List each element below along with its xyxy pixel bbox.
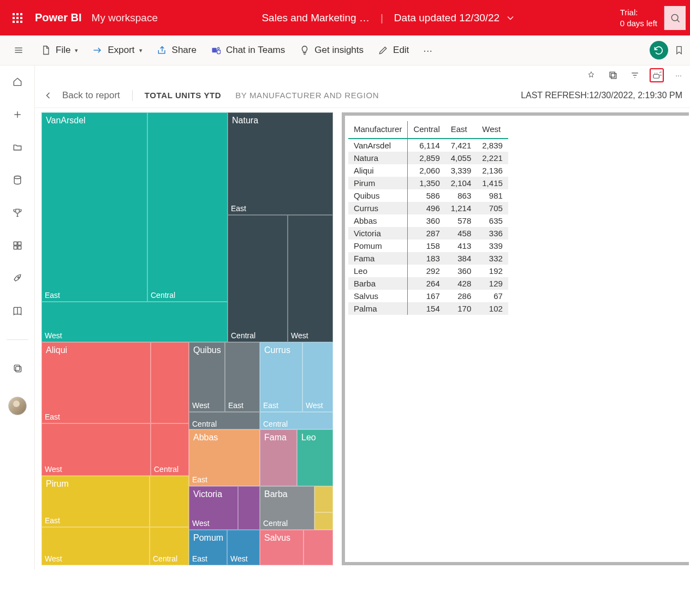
- svg-point-12: [14, 176, 21, 179]
- table-row[interactable]: VanArsdel6,1147,4212,839: [348, 139, 508, 152]
- treemap-quibus-central[interactable]: Central: [189, 412, 260, 429]
- table-row[interactable]: Barba264428129: [348, 277, 508, 290]
- more-menu[interactable]: ···: [418, 41, 438, 60]
- cell-east: 2,104: [445, 177, 477, 189]
- bookmark-icon[interactable]: [674, 45, 685, 56]
- treemap-natura-central[interactable]: Central: [228, 215, 288, 342]
- data-updated-dropdown[interactable]: Data updated 12/30/22: [394, 12, 516, 24]
- treemap-natura-west[interactable]: West: [288, 215, 333, 342]
- cell-west: 129: [477, 277, 508, 290]
- filter-visual-button[interactable]: [628, 68, 642, 82]
- svg-rect-13: [14, 242, 17, 245]
- cell-east: 286: [445, 290, 477, 302]
- share-button[interactable]: Share: [151, 41, 202, 59]
- nav-apps[interactable]: [11, 239, 24, 252]
- cell-east: 1,214: [445, 202, 477, 214]
- treemap-pomum-west[interactable]: West: [227, 530, 260, 565]
- col-manufacturer[interactable]: Manufacturer: [348, 121, 408, 139]
- table-row[interactable]: Palma154170102: [348, 302, 508, 315]
- treemap-victoria-div[interactable]: [238, 486, 260, 530]
- table-row[interactable]: Currus4961,214705: [348, 202, 508, 214]
- nav-create[interactable]: [11, 108, 24, 121]
- nav-data-hub[interactable]: [11, 174, 24, 187]
- edit-label: Edit: [393, 45, 409, 56]
- treemap-vanarsdel-west[interactable]: West: [41, 302, 228, 342]
- svg-line-1: [677, 20, 679, 22]
- apps-icon: [12, 240, 23, 251]
- nav-toggle-button[interactable]: [5, 45, 32, 56]
- nav-metrics[interactable]: [11, 206, 24, 219]
- reset-button[interactable]: [650, 41, 668, 59]
- get-insights-button[interactable]: Get insights: [294, 41, 369, 59]
- treemap-pirum-central[interactable]: Central: [150, 527, 189, 565]
- treemap-natura-east[interactable]: East: [228, 112, 333, 215]
- pin-visual-button[interactable]: [584, 68, 598, 82]
- col-central[interactable]: Central: [408, 121, 445, 139]
- nav-home[interactable]: [11, 75, 24, 88]
- table-row[interactable]: Leo292360192: [348, 265, 508, 277]
- cell-central: 2,060: [408, 164, 445, 177]
- nav-deploy[interactable]: [11, 272, 24, 285]
- treemap-aliqui-divider[interactable]: [151, 342, 189, 423]
- table-row[interactable]: Abbas360578635: [348, 214, 508, 227]
- nav-browse[interactable]: [11, 141, 24, 154]
- table-row[interactable]: Pomum158413339: [348, 240, 508, 252]
- svg-rect-19: [15, 367, 21, 372]
- app-launcher-button[interactable]: [4, 13, 31, 23]
- workspace-avatar[interactable]: [8, 397, 27, 415]
- cell-central: 167: [408, 290, 445, 302]
- cell-mfr: Abbas: [348, 214, 408, 227]
- file-menu[interactable]: File ▾: [35, 41, 84, 59]
- book-icon: [12, 306, 23, 316]
- svg-rect-21: [610, 72, 615, 77]
- treemap-currus-west[interactable]: West: [302, 342, 333, 412]
- col-east[interactable]: East: [445, 121, 477, 139]
- chat-label: Chat in Teams: [226, 45, 285, 56]
- treemap-vanarsdel-central[interactable]: Central: [147, 112, 228, 302]
- treemap-currus-central[interactable]: Central: [260, 412, 333, 429]
- table-row[interactable]: Natura2,8594,0552,221: [348, 152, 508, 164]
- workspace-link[interactable]: My workspace: [92, 12, 158, 24]
- nav-workspaces[interactable]: [11, 362, 24, 375]
- region-label: Central: [263, 420, 288, 428]
- cell-west: 102: [477, 302, 508, 315]
- report-name[interactable]: Sales and Marketing …: [261, 12, 370, 24]
- last-refresh-label: LAST REFRESH:: [521, 91, 589, 100]
- chat-teams-button[interactable]: T Chat in Teams: [205, 41, 290, 59]
- treemap-quibus-east[interactable]: East: [225, 342, 260, 412]
- cell-title: VanArsdel: [46, 116, 86, 125]
- trophy-icon: [12, 207, 23, 218]
- cell-west: 192: [477, 265, 508, 277]
- nav-learn[interactable]: [11, 304, 24, 318]
- search-button[interactable]: [664, 6, 686, 30]
- table-row[interactable]: Victoria287458336: [348, 227, 508, 240]
- back-to-report-button[interactable]: Back to report: [43, 90, 133, 101]
- treemap-pirum-west[interactable]: West: [41, 527, 150, 565]
- treemap-vanarsdel-east[interactable]: East: [41, 112, 147, 302]
- table-row[interactable]: Salvus16728667: [348, 290, 508, 302]
- cell-title: Salvus: [264, 533, 290, 543]
- svg-rect-25: [653, 75, 659, 79]
- treemap-aliqui-central[interactable]: Central: [151, 423, 189, 476]
- col-west[interactable]: West: [477, 121, 508, 139]
- treemap-aliqui-west[interactable]: West: [41, 423, 151, 476]
- data-table-visual[interactable]: Manufacturer Central East West VanArsdel…: [342, 112, 689, 565]
- table-row[interactable]: Pirum1,3502,1041,415: [348, 177, 508, 189]
- table-row[interactable]: Fama183384332: [348, 252, 508, 265]
- edit-button[interactable]: Edit: [372, 41, 414, 59]
- cell-west: 2,221: [477, 152, 508, 164]
- treemap-salvus-b[interactable]: [304, 530, 333, 565]
- treemap-pirum-div[interactable]: [150, 476, 189, 527]
- switch-layout-button[interactable]: [650, 68, 664, 82]
- table-row[interactable]: Aliqui2,0603,3392,136: [348, 164, 508, 177]
- more-visual-button[interactable]: ···: [671, 68, 686, 82]
- trial-status[interactable]: Trial: 0 days left: [620, 7, 657, 28]
- export-menu[interactable]: Export ▾: [87, 41, 147, 59]
- treemap-visual[interactable]: VanArsdel East Central West VanArsdel Ea…: [41, 112, 333, 565]
- table-row[interactable]: Quibus586863981: [348, 189, 508, 202]
- treemap-palma-b[interactable]: [314, 512, 333, 530]
- data-updated-label: Data updated 12/30/22: [394, 12, 499, 24]
- copy-visual-button[interactable]: [606, 68, 620, 82]
- treemap-palma-a[interactable]: [314, 486, 333, 512]
- home-icon: [12, 76, 23, 87]
